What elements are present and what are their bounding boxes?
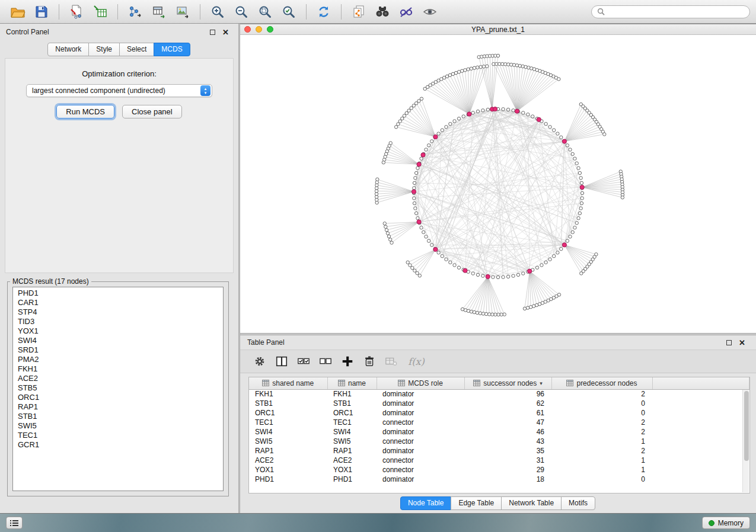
cytoscape-window: Control Panel ✕ Network Style Select MCD…: [0, 0, 756, 532]
table-row[interactable]: ORC1ORC1dominator610: [249, 408, 749, 418]
table-panel: Table Panel ✕: [240, 335, 756, 513]
show-all-button[interactable]: [418, 2, 442, 21]
export-image-button[interactable]: [171, 2, 194, 21]
create-column-button[interactable]: [339, 353, 356, 370]
mcds-result-item[interactable]: YOX1: [13, 326, 223, 336]
tab-motifs[interactable]: Motifs: [561, 496, 595, 510]
mcds-result-item[interactable]: SWI4: [13, 336, 223, 345]
zoom-selected-button[interactable]: [277, 2, 301, 21]
unchecked-boxes-icon: [318, 355, 333, 368]
table-row[interactable]: FKH1FKH1dominator962: [249, 389, 749, 399]
table-row[interactable]: RAP1RAP1dominator352: [249, 446, 749, 456]
control-panel-header: Control Panel ✕: [0, 24, 238, 40]
mcds-result-list[interactable]: PHD1CAR1STP4TID3YOX1SWI4SRD1PMA2FKH1ACE2…: [12, 287, 224, 491]
clone-network-button[interactable]: [347, 2, 371, 21]
zoom-fit-button[interactable]: [253, 2, 277, 21]
tab-network[interactable]: Network: [47, 43, 89, 56]
mcds-result-item[interactable]: SWI5: [13, 421, 223, 431]
search-icon: [597, 8, 605, 15]
table-settings-button[interactable]: [251, 353, 269, 370]
tab-select[interactable]: Select: [119, 43, 154, 56]
import-table-icon: [93, 5, 107, 19]
mcds-result-item[interactable]: CAR1: [13, 298, 223, 307]
table-scrollbar[interactable]: [742, 390, 749, 492]
column-filter-arrow-icon[interactable]: ▾: [540, 380, 543, 386]
column-header-name[interactable]: name: [327, 377, 377, 389]
zoom-fit-icon: [258, 5, 272, 19]
refresh-button[interactable]: [312, 2, 336, 21]
select-all-rows-button[interactable]: [295, 353, 312, 370]
tab-network-table[interactable]: Network Table: [501, 496, 562, 510]
mcds-result-item[interactable]: ORC1: [13, 393, 223, 402]
import-table-button[interactable]: [88, 2, 112, 21]
toolbar-separator: [117, 4, 118, 20]
scrollbar-thumb[interactable]: [744, 391, 749, 461]
table-panel-title: Table Panel: [247, 338, 285, 347]
mcds-result-item[interactable]: STB1: [13, 412, 223, 421]
mcds-result-item[interactable]: GCR1: [13, 440, 223, 450]
tab-edge-table[interactable]: Edge Table: [451, 496, 502, 510]
columns-icon: [275, 355, 288, 368]
status-bar: Memory: [0, 513, 756, 532]
mcds-result-item[interactable]: TID3: [13, 317, 223, 326]
checked-boxes-icon: [296, 355, 311, 368]
hide-selected-button[interactable]: [394, 2, 418, 21]
show-columns-button[interactable]: [273, 353, 291, 370]
column-header-successor-nodes[interactable]: successor nodes▾: [464, 377, 551, 389]
mcds-result-item[interactable]: PMA2: [13, 355, 223, 364]
save-floppy-icon: [35, 5, 48, 18]
network-canvas[interactable]: [240, 35, 756, 334]
export-table-button[interactable]: [147, 2, 171, 21]
control-panel: Control Panel ✕ Network Style Select MCD…: [0, 24, 238, 513]
column-header-MCDS-role[interactable]: MCDS role: [377, 377, 464, 389]
mcds-result-item[interactable]: FKH1: [13, 364, 223, 374]
export-network-button[interactable]: [123, 2, 147, 21]
close-panel-button[interactable]: Close panel: [122, 105, 182, 118]
search-field[interactable]: [591, 5, 750, 18]
save-session-button[interactable]: [30, 2, 53, 21]
delete-table-icon: [384, 355, 398, 368]
tab-style[interactable]: Style: [88, 43, 120, 56]
mcds-result-item[interactable]: STP4: [13, 307, 223, 317]
float-panel-icon[interactable]: [210, 30, 215, 35]
criterion-select[interactable]: largest connected component (undirected)…: [26, 84, 212, 97]
table-row[interactable]: TEC1TEC1connector472: [249, 418, 749, 427]
control-panel-title: Control Panel: [6, 28, 49, 36]
table-row[interactable]: YOX1YOX1connector291: [249, 465, 749, 475]
column-header-shared-name[interactable]: shared name: [249, 377, 327, 389]
toolbar-separator: [59, 4, 59, 20]
mcds-result-item[interactable]: ACE2: [13, 374, 223, 383]
search-input[interactable]: [608, 8, 744, 16]
network-view-window: YPA_prune.txt_1: [240, 24, 756, 333]
table-row[interactable]: SWI4SWI4dominator462: [249, 427, 749, 437]
memory-button[interactable]: Memory: [702, 517, 750, 529]
float-table-panel-icon[interactable]: [726, 340, 732, 345]
table-row[interactable]: PHD1PHD1dominator180: [249, 475, 749, 484]
tab-mcds[interactable]: MCDS: [154, 43, 190, 56]
table-row[interactable]: SWI5SWI5connector431: [249, 437, 749, 446]
import-network-icon: [69, 5, 84, 19]
close-panel-icon[interactable]: ✕: [222, 28, 229, 36]
find-button[interactable]: [371, 2, 394, 21]
mcds-result-item[interactable]: STB5: [13, 383, 223, 393]
column-header-predecessor-nodes[interactable]: predecessor nodes: [551, 377, 652, 389]
deselect-all-rows-button[interactable]: [317, 353, 334, 370]
table-row[interactable]: STB1STB1dominator620: [249, 399, 749, 408]
close-table-panel-icon[interactable]: ✕: [739, 339, 745, 347]
mcds-result-item[interactable]: TEC1: [13, 431, 223, 440]
network-window-title: YPA_prune.txt_1: [240, 25, 756, 34]
network-window-titlebar[interactable]: YPA_prune.txt_1: [240, 24, 756, 35]
trash-icon: [363, 355, 376, 368]
table-row[interactable]: ACE2ACE2connector311: [249, 456, 749, 465]
delete-column-button[interactable]: [361, 353, 378, 370]
run-mcds-button[interactable]: Run MCDS: [56, 105, 114, 118]
mcds-result-item[interactable]: SRD1: [13, 345, 223, 355]
import-network-button[interactable]: [65, 2, 88, 21]
mcds-result-item[interactable]: PHD1: [13, 289, 223, 298]
zoom-in-button[interactable]: [206, 2, 229, 21]
zoom-out-button[interactable]: [229, 2, 253, 21]
open-file-button[interactable]: [6, 2, 30, 21]
tab-node-table[interactable]: Node Table: [400, 496, 452, 510]
status-menu-button[interactable]: [6, 517, 23, 529]
mcds-result-item[interactable]: RAP1: [13, 402, 223, 412]
